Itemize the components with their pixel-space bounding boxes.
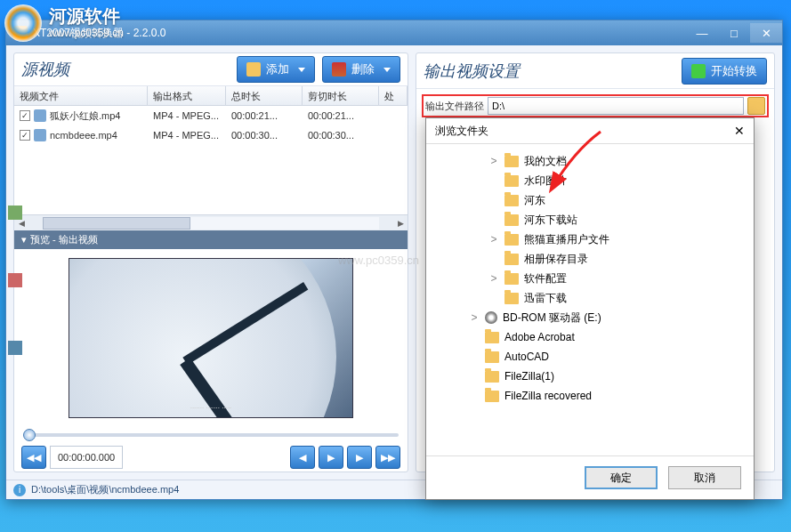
tree-node[interactable]: >熊猫直播用户文件 <box>426 230 750 249</box>
forward-button[interactable]: ▶▶ <box>375 446 400 469</box>
folder-icon <box>504 234 519 246</box>
table-row[interactable]: ✓ncmbdeee.mp4MP4 - MPEG...00:00:30...00:… <box>14 125 408 145</box>
seek-slider[interactable] <box>14 427 408 444</box>
table-row[interactable]: ✓狐妖小红娘.mp4MP4 - MPEG...00:00:21...00:00:… <box>14 106 408 125</box>
expand-icon[interactable]: > <box>488 272 499 285</box>
file-icon <box>34 109 46 122</box>
tree-node[interactable]: AutoCAD <box>426 347 750 367</box>
file-table: 视频文件 输出格式 总时长 剪切时长 处 ✓狐妖小红娘.mp4MP4 - MPE… <box>14 86 408 230</box>
tree-node[interactable]: >软件配置 <box>426 269 750 288</box>
folder-icon <box>485 371 499 383</box>
browse-folder-icon[interactable] <box>747 97 765 115</box>
tree-node[interactable]: 相册保存目录 <box>426 249 750 269</box>
output-path-label: 输出文件路径 <box>425 100 484 113</box>
folder-icon <box>485 391 499 402</box>
tree-node[interactable]: >我的文档 <box>426 151 750 171</box>
preview-area: ······· ······· ····· <box>14 249 408 427</box>
folder-icon <box>504 175 519 187</box>
browse-folder-dialog: 浏览文件夹 ✕ >我的文档水印图片河东河东下载站>熊猫直播用户文件相册保存目录>… <box>425 117 755 500</box>
chevron-down-icon <box>383 68 391 72</box>
tree-node[interactable]: 河东下载站 <box>426 210 750 230</box>
delete-button[interactable]: 删除 <box>322 56 400 83</box>
tree-node[interactable]: FileZilla(1) <box>426 367 750 386</box>
prev-frame-button[interactable]: ◀ <box>290 446 315 469</box>
folder-icon <box>504 156 519 167</box>
folder-icon <box>504 214 519 226</box>
file-icon <box>34 129 46 141</box>
window-title: XT2007视频转换器 - 2.2.0.0 <box>33 26 165 41</box>
broom-icon <box>332 62 346 77</box>
source-panel: 源视频 添加 删除 视频文件 输出格式 总时长 剪切时 <box>13 52 408 472</box>
tree-node[interactable]: Adobe Acrobat <box>426 327 750 347</box>
tab-icon[interactable] <box>8 206 22 220</box>
add-button[interactable]: 添加 <box>237 56 315 83</box>
output-title: 输出视频设置 <box>424 60 520 82</box>
app-icon <box>13 26 28 40</box>
ok-button[interactable]: 确定 <box>585 466 658 489</box>
info-icon: i <box>13 484 26 496</box>
tree-node[interactable]: 河东 <box>426 190 750 210</box>
folder-icon <box>504 273 519 285</box>
horizontal-scrollbar[interactable]: ◀▶ <box>14 214 408 230</box>
close-button[interactable]: ✕ <box>750 23 782 43</box>
expand-icon[interactable]: > <box>469 311 480 324</box>
next-frame-button[interactable]: ▶ <box>347 446 372 469</box>
output-path-row: 输出文件路径 <box>422 94 769 117</box>
expand-icon[interactable]: > <box>488 155 499 167</box>
folder-icon <box>504 254 519 265</box>
titlebar: XT2007视频转换器 - 2.2.0.0 — □ ✕ <box>6 20 782 45</box>
folder-add-icon <box>246 62 261 77</box>
tree-node[interactable]: >BD-ROM 驱动器 (E:) <box>426 308 750 327</box>
tab-icon[interactable] <box>8 341 22 355</box>
checkbox[interactable]: ✓ <box>20 110 30 121</box>
side-tabs <box>6 198 22 408</box>
folder-icon <box>485 332 499 343</box>
video-preview[interactable]: ······· ······· ····· <box>69 258 353 418</box>
dialog-title: 浏览文件夹 <box>435 124 488 139</box>
cancel-button[interactable]: 取消 <box>668 466 741 489</box>
table-header: 视频文件 输出格式 总时长 剪切时长 处 <box>14 86 408 106</box>
maximize-button[interactable]: □ <box>718 23 750 43</box>
start-convert-button[interactable]: 开始转换 <box>682 58 767 85</box>
checkbox[interactable]: ✓ <box>20 130 30 141</box>
tree-node[interactable]: 迅雷下载 <box>426 288 750 308</box>
timecode-display: 00:00:00.000 <box>50 446 123 469</box>
play-button[interactable]: ▶ <box>319 446 343 469</box>
folder-icon <box>504 293 519 304</box>
expand-icon[interactable]: > <box>488 233 499 246</box>
playback-controls: ◀◀ 00:00:00.000 ◀ ▶ ▶ ▶▶ <box>14 443 408 472</box>
chevron-down-icon <box>298 68 305 72</box>
folder-tree[interactable]: >我的文档水印图片河东河东下载站>熊猫直播用户文件相册保存目录>软件配置迅雷下载… <box>426 143 754 456</box>
tree-node[interactable]: FileZilla recovered <box>426 386 750 406</box>
folder-icon <box>504 195 519 206</box>
rewind-button[interactable]: ◀◀ <box>21 446 46 469</box>
source-title: 源视频 <box>21 59 69 80</box>
close-icon[interactable]: ✕ <box>734 124 745 138</box>
status-path: D:\tools\桌面\视频\ncmbdeee.mp4 <box>31 483 179 496</box>
preview-header[interactable]: ▾ 预览 - 输出视频 <box>14 230 408 248</box>
tab-icon[interactable] <box>8 273 22 287</box>
disc-icon <box>485 311 497 324</box>
minimize-button[interactable]: — <box>686 23 718 43</box>
tree-node[interactable]: 水印图片 <box>426 171 750 190</box>
folder-icon <box>485 351 499 363</box>
output-path-input[interactable] <box>488 97 744 115</box>
convert-icon <box>691 64 706 78</box>
